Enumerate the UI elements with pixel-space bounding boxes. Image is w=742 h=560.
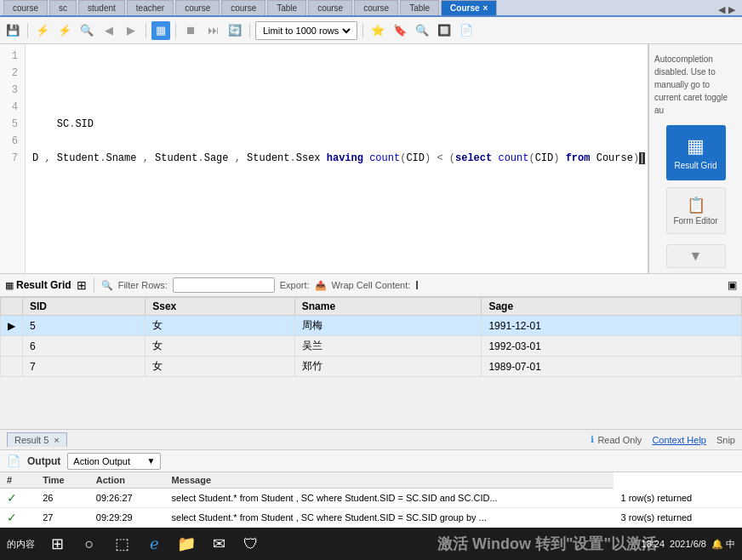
output-section: 📄 Output Action Output ▼ # Time Action M… [0,449,742,528]
result-grid-tab[interactable]: ▦ Result Grid [5,279,71,291]
out-action: select Student.* from Student , SC where… [165,508,614,528]
result-area: ▦ Result Grid ⊞ 🔍 Filter Rows: Export: 📤… [0,273,742,449]
tab-course-active[interactable]: Course × [441,0,497,15]
row-arrow-cell [1,336,23,357]
action-output-chevron: ▼ [146,456,155,466]
taskbar-multitask[interactable]: ⬚ [108,530,135,557]
out-num: 26 [36,489,89,508]
tab-table1[interactable]: Table [267,0,306,15]
skip-btn[interactable]: ⏭ [203,21,222,40]
result-grid-tab-label: Result Grid [16,279,71,291]
limit-select-input[interactable]: Limit to 1000 rows [260,25,353,37]
wrap-icon-btn[interactable]: Ⅰ [415,278,419,292]
save-btn[interactable]: 💾 [3,21,22,40]
tab-nav-right[interactable]: ▶ [728,4,735,15]
taskbar-folder[interactable]: 📁 [173,530,200,557]
line-numbers: 1 2 3 4 5 6 7 [0,44,26,273]
row-ssex: 女 [146,316,295,336]
tab-course5[interactable]: course [354,0,398,15]
tab-sc[interactable]: sc [49,0,77,15]
multitask-icon: ⬚ [115,534,129,553]
scroll-down-btn[interactable]: ▼ [666,244,726,268]
result-table-container[interactable]: SID Ssex Sname Sage ▶ 5 女 周梅 1991-12-01 … [0,297,742,429]
code-line-6 [32,133,641,150]
result-grid-button[interactable]: ▦ Result Grid [666,125,726,180]
out-col-message: Message [165,472,614,489]
out-time: 09:26:27 [89,489,165,508]
result-extra-btn[interactable]: ⊞ [77,278,87,292]
form-editor-label: Form Editor [673,216,717,226]
tab-course2[interactable]: course [175,0,220,15]
wrap-cell-label: Wrap Cell Content: [332,280,411,290]
taskbar-search[interactable]: ○ [76,530,103,557]
row-sid: 6 [23,336,146,357]
context-text: Autocompletion disabled. Use to manually… [649,48,742,122]
taskbar-mail[interactable]: ✉ [205,530,232,557]
code-area[interactable]: SC.SID D , Student.Sname , Student.Sage … [26,44,648,273]
taskbar-shield[interactable]: 🛡 [237,530,265,557]
result5-tab[interactable]: Result 5 × [7,432,67,447]
col-ssex-header: Ssex [146,298,295,316]
fwd-btn[interactable]: ▶ [122,21,140,40]
result5-close[interactable]: × [54,435,59,445]
view-btn[interactable]: 🔲 [435,21,454,40]
context-help-link[interactable]: Context Help [652,435,706,445]
limit-select[interactable]: Limit to 1000 rows [255,21,357,40]
col-sname-header: Sname [294,298,482,316]
star-btn[interactable]: ⭐ [368,21,387,40]
search2-btn[interactable]: 🔍 [413,21,431,40]
sql-editor[interactable]: 1 2 3 4 5 6 7 SC.SID [0,44,648,273]
table-row[interactable]: 7 女 郑竹 1989-07-01 [1,357,742,377]
sep2 [146,23,146,38]
grid-btn[interactable]: ▦ [151,21,170,40]
taskbar-win[interactable]: ⊞ [43,530,71,557]
row-sage: 1992-03-01 [482,336,742,357]
tab-close-btn[interactable]: × [483,3,488,13]
search-btn[interactable]: 🔍 [77,21,96,40]
table-row[interactable]: ▶ 5 女 周梅 1991-12-01 [1,316,742,336]
code-line-3 [32,82,641,99]
tab-course4[interactable]: course [308,0,352,15]
tab-teacher[interactable]: teacher [127,0,174,15]
toggle-btn[interactable]: 🔄 [225,21,244,40]
read-only-badge: ℹ Read Only [591,434,642,445]
filter-rows-input[interactable] [173,277,275,293]
sys-icons: 🔔 中 [711,538,735,551]
export-btn[interactable]: 📤 [315,280,327,291]
row-sname: 吴兰 [294,336,482,357]
exec-btn[interactable]: ⚡ [33,21,52,40]
tab-nav-left[interactable]: ◀ [718,4,725,15]
output-title: Output [27,455,60,467]
layout-btn[interactable]: 📄 [457,21,476,40]
form-icon: 📋 [687,196,705,214]
row-arrow-cell [1,357,23,377]
taskbar-edge[interactable]: ℯ [140,530,168,557]
panel-toggle-btn[interactable]: ▣ [728,279,737,291]
form-editor-button[interactable]: 📋 Form Editor [666,187,726,234]
result-grid-label: Result Grid [674,161,716,170]
tabs-bar: course sc student teacher course course … [0,0,742,17]
filter-icon: 🔍 [101,280,113,291]
out-message: 3 row(s) returned [614,508,742,528]
out-col-hash: # [0,472,36,489]
row-sname: 周梅 [294,316,482,336]
sep1 [27,23,28,38]
export-icon: 📤 [315,280,327,291]
row-sage: 1989-07-01 [482,357,742,377]
back-btn[interactable]: ◀ [100,21,118,40]
tab-course3[interactable]: course [221,0,265,15]
filter-icon-btn[interactable]: 🔍 [101,280,113,291]
tab-student[interactable]: student [78,0,125,15]
action-output-select[interactable]: Action Output ▼ [67,453,161,470]
tab-course1[interactable]: course [3,0,48,15]
exec-sel-btn[interactable]: ⚡ [55,21,74,40]
out-time: 09:29:29 [89,508,165,528]
col-sid-header: SID [23,298,146,316]
bookmark-btn[interactable]: 🔖 [391,21,409,40]
grid-tab-icon: ▦ [5,280,14,291]
tab-table2[interactable]: Table [400,0,439,15]
stop-btn[interactable]: ⏹ [181,21,200,40]
snip-link[interactable]: Snip [716,435,735,445]
table-row[interactable]: 6 女 吴兰 1992-03-01 [1,336,742,357]
sep5 [362,23,363,38]
